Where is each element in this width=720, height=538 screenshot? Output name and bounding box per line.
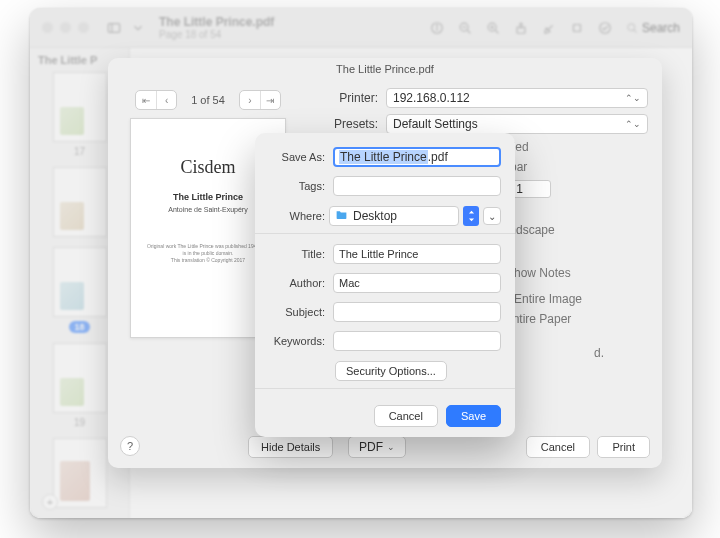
print-cancel-button[interactable]: Cancel — [526, 436, 590, 458]
author-label: Author: — [269, 277, 325, 289]
print-confirm-button[interactable]: Print — [597, 436, 650, 458]
title-field[interactable]: The Little Prince — [333, 244, 501, 264]
prev-page-icon[interactable]: ‹ — [156, 91, 176, 109]
save-confirm-button[interactable]: Save — [446, 405, 501, 427]
title-label: Title: — [269, 248, 325, 260]
keywords-label: Keywords: — [269, 335, 325, 347]
printer-label: Printer: — [314, 91, 378, 105]
presets-select[interactable]: Default Settings⌃⌄ — [386, 114, 648, 134]
trailing-text: d. — [594, 346, 604, 360]
printer-select[interactable]: 192.168.0.112⌃⌄ — [386, 88, 648, 108]
presets-label: Presets: — [314, 117, 378, 131]
last-page-icon[interactable]: ⇥ — [260, 91, 280, 109]
subject-field[interactable] — [333, 302, 501, 322]
app-window: The Little Prince.pdf Page 18 of 54 Sear… — [30, 8, 692, 518]
hide-details-button[interactable]: Hide Details — [248, 436, 333, 458]
save-as-field[interactable]: The Little Prince.pdf — [333, 147, 501, 167]
tags-field[interactable] — [333, 176, 501, 196]
pdf-dropdown[interactable]: PDF⌄ — [348, 436, 406, 458]
where-stepper[interactable] — [463, 206, 479, 226]
show-notes-label: Show Notes — [506, 266, 571, 280]
help-button[interactable]: ? — [120, 436, 140, 456]
chevron-updown-icon: ⌃⌄ — [625, 119, 641, 129]
subject-label: Subject: — [269, 306, 325, 318]
preview-page-counter: 1 of 54 — [191, 94, 225, 106]
divider — [255, 388, 515, 389]
where-label: Where: — [269, 210, 325, 222]
save-as-label: Save As: — [269, 151, 325, 163]
first-prev-buttons[interactable]: ⇤‹ — [135, 90, 177, 110]
to-page-field[interactable]: 1 — [511, 180, 551, 198]
first-page-icon[interactable]: ⇤ — [136, 91, 156, 109]
expand-save-dialog-button[interactable]: ⌄ — [483, 207, 501, 225]
author-field[interactable]: Mac — [333, 273, 501, 293]
next-page-icon[interactable]: › — [240, 91, 260, 109]
print-dialog-title: The Little Prince.pdf — [108, 58, 662, 82]
save-cancel-button[interactable]: Cancel — [374, 405, 438, 427]
divider — [255, 233, 515, 234]
tags-label: Tags: — [269, 180, 325, 192]
chevron-down-icon: ⌄ — [387, 442, 395, 452]
folder-icon — [335, 208, 348, 224]
save-dialog: Save As: The Little Prince.pdf Tags: Whe… — [255, 133, 515, 437]
where-popup[interactable]: Desktop — [329, 206, 459, 226]
keywords-field[interactable] — [333, 331, 501, 351]
chevron-updown-icon: ⌃⌄ — [625, 93, 641, 103]
security-options-button[interactable]: Security Options... — [335, 361, 447, 381]
next-last-buttons[interactable]: ›⇥ — [239, 90, 281, 110]
